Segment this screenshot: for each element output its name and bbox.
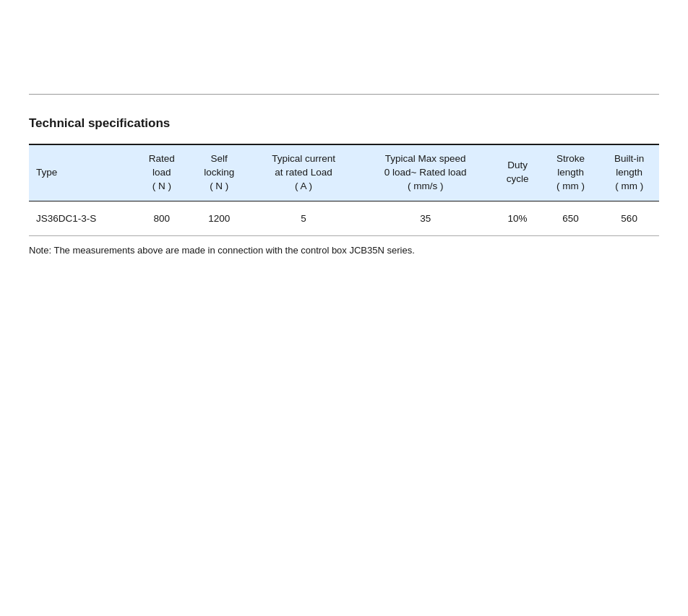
table-row: JS36DC1-3-S 800 1200 5 35 10% 650 560 <box>29 201 659 235</box>
cell-type: JS36DC1-3-S <box>29 201 134 235</box>
cell-stroke-length: 650 <box>542 201 599 235</box>
specs-table: Type Rated load ( N ) Self locking ( N )… <box>29 145 659 236</box>
header-row: Type Rated load ( N ) Self locking ( N )… <box>29 145 659 201</box>
col-header-duty-cycle: Duty cycle <box>493 145 542 201</box>
top-divider <box>29 94 659 95</box>
col-header-stroke-length: Stroke length ( mm ) <box>542 145 599 201</box>
cell-builtin-length: 560 <box>599 201 659 235</box>
col-header-self-locking: Self locking ( N ) <box>189 145 249 201</box>
cell-duty-cycle: 10% <box>493 201 542 235</box>
col-header-typical-max-speed: Typical Max speed 0 load~ Rated load ( m… <box>358 145 493 201</box>
cell-typical-max-speed: 35 <box>358 201 493 235</box>
cell-self-locking: 1200 <box>189 201 249 235</box>
col-header-rated-load: Rated load ( N ) <box>134 145 189 201</box>
col-header-builtin-length: Built-in length ( mm ) <box>599 145 659 201</box>
col-header-type: Type <box>29 145 134 201</box>
note-text: Note: The measurements above are made in… <box>29 245 659 256</box>
page-container: Technical specifications Type Rated load… <box>0 94 688 616</box>
section-title: Technical specifications <box>29 116 659 131</box>
cell-typical-current: 5 <box>249 201 358 235</box>
table-wrapper: Type Rated load ( N ) Self locking ( N )… <box>29 144 659 236</box>
col-header-typical-current: Typical current at rated Load ( A ) <box>249 145 358 201</box>
table-body: JS36DC1-3-S 800 1200 5 35 10% 650 560 <box>29 201 659 235</box>
cell-rated-load: 800 <box>134 201 189 235</box>
table-header: Type Rated load ( N ) Self locking ( N )… <box>29 145 659 201</box>
